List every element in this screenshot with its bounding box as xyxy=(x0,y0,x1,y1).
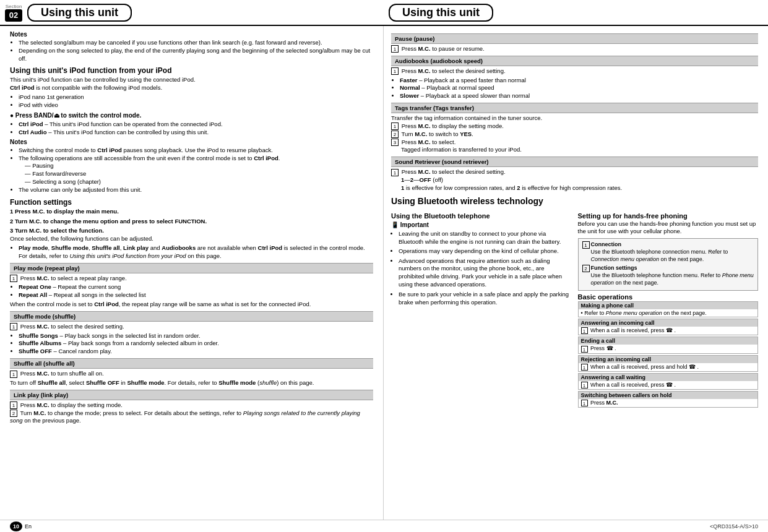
header-right: Using this unit xyxy=(384,0,768,26)
important-section: 📱 ImportantLeaving the unit on standby t… xyxy=(391,221,572,255)
step-icon: 3 xyxy=(391,139,399,146)
dash-item: — Fast forward/reverse xyxy=(19,170,373,178)
basic-op-label: Rejecting an incoming call xyxy=(579,356,758,363)
basic-op-row: Ending a call 1 Press ☎ . xyxy=(578,337,759,353)
note-item: The following operations are still acces… xyxy=(19,155,373,186)
page-title-right: Using this unit xyxy=(389,4,493,22)
pause-bar: Pause (pause) xyxy=(391,33,758,44)
note-item: The selected song/album may be canceled … xyxy=(19,39,373,47)
notes-section: Notes The selected song/album may be can… xyxy=(10,31,373,62)
list-item: Leaving the unit on standby to connect t… xyxy=(399,230,572,246)
basic-op-detail: 1 When a call is received, press and hol… xyxy=(579,363,758,371)
setup-step1: 1 ConnectionUse the Bluetooth telephone … xyxy=(582,241,754,263)
play-mode-bar: Play mode (repeat play) xyxy=(10,263,373,273)
bt-container: Using Bluetooth wireless technology xyxy=(391,196,758,206)
basic-op-row: Making a phone call • Refer to Phone men… xyxy=(578,301,759,317)
tags-note: Tagged information is transferred to you… xyxy=(391,146,758,154)
tags-step2: 2 Turn M.C. to switch to YES. xyxy=(391,131,758,139)
bluetooth-heading: Using Bluetooth wireless technology xyxy=(391,196,758,206)
right-page: Pause (pause) 1 Press M.C. to pause or r… xyxy=(384,26,768,520)
setup-step2: 2 Function settingsUse the Bluetooth tel… xyxy=(582,265,754,286)
step3: 3 Turn M.C. to select the function. xyxy=(10,227,373,235)
basic-operations-heading: Basic operations xyxy=(578,293,759,301)
step-icon: 1 xyxy=(10,323,17,330)
shuffle-mode-bar: Shuffle mode (shuffle) xyxy=(10,311,373,322)
list-item: Repeat One – Repeat the current song xyxy=(19,283,373,291)
basic-op-detail: • Refer to Phone menu operation on the n… xyxy=(579,309,758,317)
step3-desc: Once selected, the following functions c… xyxy=(10,235,373,243)
section-label-left: Section xyxy=(6,4,22,9)
tags-step1: 1 Press M.C. to display the setting mode… xyxy=(391,122,758,131)
list-item: Advanced operations that require attenti… xyxy=(399,257,572,289)
list-item: Normal – Playback at normal speed xyxy=(400,84,758,92)
right-col-right: Setting up for hands-free phoning Before… xyxy=(578,210,759,409)
shuffle-all-step: 1 Press M.C. to turn shuffle all on. xyxy=(10,370,373,378)
list-item: Repeat All – Repeat all songs in the sel… xyxy=(19,291,373,299)
list-item: Shuffle Songs – Play back songs in the s… xyxy=(19,332,373,340)
note-item: Switching the control mode to Ctrl iPod … xyxy=(19,147,373,155)
setting-up-intro: Before you can use the hands-free phonin… xyxy=(578,220,759,236)
shuffle-mode-step: 1 Press M.C. to select the desired setti… xyxy=(10,323,373,331)
tags-bar: Tags transfer (Tags transfer) xyxy=(391,103,758,113)
step-icon: 1 xyxy=(391,122,399,130)
footer-left: 10 En xyxy=(10,521,32,531)
main-content: Notes The selected song/album may be can… xyxy=(0,26,768,520)
setting-up-heading: Setting up for hands-free phoning xyxy=(578,212,759,220)
press-band-label: ● Press BAND/⏏ to switch the control mod… xyxy=(10,111,373,120)
ctrl-audio-item: Ctrl Audio – This unit's iPod function c… xyxy=(19,129,373,137)
basic-op-label: Answering a call waiting xyxy=(579,374,758,381)
play-mode-list: Repeat One – Repeat the current song Rep… xyxy=(10,283,373,299)
step-icon: 1 xyxy=(10,275,17,282)
setup-box: 1 ConnectionUse the Bluetooth telephone … xyxy=(578,238,759,291)
basic-op-row: Switching between callers on hold 1 Pres… xyxy=(578,391,759,408)
step-text: ConnectionUse the Bluetooth telephone co… xyxy=(591,241,754,263)
basic-op-row: Answering a call waiting 1 When a call i… xyxy=(578,373,759,390)
step-num: 1 xyxy=(582,241,591,263)
sound-retriever-bar: Sound Retriever (sound retriever) xyxy=(391,157,758,167)
note-item: The volume can only be adjusted from thi… xyxy=(19,186,373,194)
page-container: Section 02 Using this unit Using this un… xyxy=(0,0,768,532)
right-col-left: Using the Bluetooth telephone 📱 Importan… xyxy=(391,210,572,409)
pause-step: 1 Press M.C. to pause or resume. xyxy=(391,45,758,53)
notes2-title: Notes xyxy=(10,139,373,145)
step3-notes: Play mode, Shuffle mode, Shuffle all, Li… xyxy=(10,244,373,260)
header-bar: Section 02 Using this unit Using this un… xyxy=(0,0,768,26)
list-item: Shuffle Albums – Play back songs from a … xyxy=(19,340,373,348)
ipod-compat: Ctrl iPod is not compatible with the fol… xyxy=(10,84,373,92)
ipod-models-list: iPod nano 1st generation iPod with video xyxy=(10,93,373,109)
basic-op-row: Rejecting an incoming call 1 When a call… xyxy=(578,355,759,372)
notes2-list: Switching the control mode to Ctrl iPod … xyxy=(10,147,373,194)
step-icon: 1 xyxy=(10,401,17,409)
basic-op-row: Answering an incoming call 1 When a call… xyxy=(578,319,759,335)
ipod-heading: Using this unit's iPod function from you… xyxy=(10,66,373,75)
function-settings-heading: Function settings xyxy=(10,198,373,207)
basic-op-label: Answering an incoming call xyxy=(579,319,758,327)
ipod-intro: This unit's iPod function can be control… xyxy=(10,76,373,84)
shuffle-all-bar: Shuffle all (shuffle all) xyxy=(10,358,373,369)
list-item: iPod nano 1st generation xyxy=(19,93,373,101)
step-icon: 1 xyxy=(391,45,399,53)
basic-op-detail: 1 When a call is received, press ☎ . xyxy=(579,327,758,335)
tags-step3: 3 Press M.C. to select. xyxy=(391,139,758,147)
list-item: Faster – Playback at a speed faster than… xyxy=(400,77,758,85)
shuffle-all-note: To turn off Shuffle all, select Shuffle … xyxy=(10,379,373,387)
sound-retriever-note: 1 is effective for low compression rates… xyxy=(391,184,758,192)
dash-item: — Selecting a song (chapter) xyxy=(19,178,373,186)
advanced-notes-list: Advanced operations that require attenti… xyxy=(391,257,572,307)
list-item: Operations may vary depending on the kin… xyxy=(399,247,572,255)
play-mode-step: 1 Press M.C. to select a repeat play ran… xyxy=(10,275,373,283)
basic-op-label: Making a phone call xyxy=(579,302,758,309)
left-page: Notes The selected song/album may be can… xyxy=(0,26,384,520)
list-item: Be sure to park your vehicle in a safe p… xyxy=(399,291,572,307)
section-badge-left: Section 02 xyxy=(5,4,22,22)
notes-title: Notes xyxy=(10,31,373,38)
audiobooks-step: 1 Press M.C. to select the desired setti… xyxy=(391,67,758,75)
notes2-section: Notes Switching the control mode to Ctrl… xyxy=(10,139,373,194)
list-item: Slower – Playback at a speed slower than… xyxy=(400,92,758,100)
step-text: Function settingsUse the Bluetooth telep… xyxy=(591,265,754,286)
link-play-step1: 1 Press M.C. to display the setting mode… xyxy=(10,401,373,410)
audiobooks-list: Faster – Playback at a speed faster than… xyxy=(391,77,758,100)
sound-retriever-step: 1 Press M.C. to select the desired setti… xyxy=(391,168,758,176)
shuffle-mode-list: Shuffle Songs – Play back songs in the s… xyxy=(10,332,373,356)
step-icon: 2 xyxy=(10,410,17,417)
